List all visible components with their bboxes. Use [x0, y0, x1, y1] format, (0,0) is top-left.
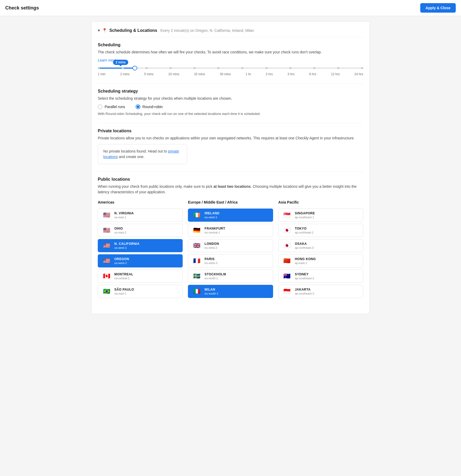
location-item-us-east-2[interactable]: 🇺🇸OHIOus-east-2 [98, 224, 183, 237]
location-info-ap-southeast-3: JAKARTAap-southeast-3 [295, 288, 359, 295]
location-info-us-west-2: OREGONus-west-2 [114, 257, 179, 265]
location-column-0: Americas🇺🇸N. VIRGINIAus-east-1🇺🇸OHIOus-e… [98, 200, 183, 300]
location-code-ap-northeast-3: ap-northeast-3 [295, 246, 359, 249]
location-flag-eu-south-1: 🇮🇹 [192, 288, 201, 295]
location-flag-ap-northeast-1: 🇯🇵 [282, 227, 292, 234]
apply-close-button[interactable]: Apply & Close [420, 3, 456, 13]
location-code-ap-east-1: ap-east-1 [295, 261, 359, 265]
slider-dot-12 [361, 67, 363, 69]
slider-label-2mins: 2 mins [120, 72, 129, 76]
location-name-eu-west-3: PARIS [204, 257, 269, 261]
location-flag-eu-west-3: 🇫🇷 [192, 257, 201, 264]
location-name-us-west-1: N. CALIFORNIA [114, 242, 179, 246]
radio-circle-round-robin[interactable] [136, 104, 140, 109]
location-item-ap-southeast-3[interactable]: 🇮🇩JAKARTAap-southeast-3 [278, 285, 363, 298]
page-title: Check settings [5, 5, 39, 11]
locations-grid: Americas🇺🇸N. VIRGINIAus-east-1🇺🇸OHIOus-e… [98, 200, 363, 300]
radio-circle-parallel[interactable] [98, 104, 103, 109]
location-name-eu-west-1: IRELAND [204, 211, 269, 215]
radio-parallel-runs[interactable]: Parallel runs [98, 104, 125, 109]
slider-labels: 1 min 2 mins 5 mins 10 mins 15 mins 30 m… [98, 72, 363, 76]
location-code-ap-southeast-3: ap-southeast-3 [295, 292, 359, 295]
location-flag-ap-southeast-2: 🇦🇺 [282, 273, 292, 280]
location-code-us-east-1: us-east-1 [114, 216, 179, 219]
slider-track[interactable] [98, 68, 363, 69]
location-flag-eu-west-2: 🇬🇧 [192, 242, 201, 249]
location-item-us-west-2[interactable]: 🇺🇸OREGONus-west-2 [98, 254, 183, 267]
scheduling-strategy-radio-group: Parallel runs Round-robin [98, 104, 363, 109]
location-column-2: Asia Pacific🇸🇬SINGAPOREap-southeast-1🇯🇵T… [278, 200, 363, 300]
scheduling-description: The check schedule determines how often … [98, 49, 363, 55]
location-code-us-west-1: us-west-1 [114, 246, 179, 249]
location-flag-ap-east-1: 🇨🇳 [282, 257, 292, 264]
slider-dot-9 [289, 67, 291, 69]
location-name-ap-northeast-3: OSAKA [295, 242, 359, 246]
divider-1 [98, 83, 363, 84]
location-name-eu-south-1: MILAN [204, 288, 269, 291]
location-flag-us-east-2: 🇺🇸 [102, 227, 111, 234]
location-item-us-east-1[interactable]: 🇺🇸N. VIRGINIAus-east-1 [98, 209, 183, 222]
private-empty-text-end: and create one. [118, 155, 144, 159]
location-column-1: Europe / Middle East / Africa🇮🇪IRELANDeu… [188, 200, 273, 300]
location-info-ap-northeast-1: TOKYOap-northeast-1 [295, 227, 359, 234]
location-code-eu-south-1: eu-south-1 [204, 292, 269, 295]
public-locations-description: When running your check from public loca… [98, 184, 363, 195]
location-item-us-west-1[interactable]: 🇺🇸N. CALIFORNIAus-west-1 [98, 239, 183, 252]
schedule-slider-container: 2 mins [98, 68, 363, 76]
radio-round-robin[interactable]: Round-robin [136, 104, 163, 109]
location-info-eu-west-2: LONDONeu-west-2 [204, 242, 269, 249]
slider-dot-7 [241, 67, 243, 69]
location-item-eu-south-1[interactable]: 🇮🇹MILANeu-south-1 [188, 285, 273, 298]
location-item-eu-west-3[interactable]: 🇫🇷PARISeu-west-3 [188, 254, 273, 267]
slider-dot-5 [193, 67, 196, 69]
location-name-ap-southeast-2: SYDNEY [295, 272, 359, 276]
location-info-ap-southeast-2: SYDNEYap-southeast-2 [295, 272, 359, 280]
slider-label-1min: 1 min [98, 72, 105, 76]
section-toggle-icon[interactable]: ▾ [98, 28, 100, 33]
location-info-us-east-2: OHIOus-east-2 [114, 227, 179, 234]
location-code-ap-southeast-2: ap-southeast-2 [295, 277, 359, 280]
location-flag-us-west-1: 🇺🇸 [102, 242, 111, 249]
location-column-title-1: Europe / Middle East / Africa [188, 200, 273, 205]
slider-label-30mins: 30 mins [220, 72, 231, 76]
slider-label-12hrs: 12 hrs [331, 72, 340, 76]
location-code-eu-west-1: eu-west-1 [204, 216, 269, 219]
section-panel: ▾ 📍 Scheduling & Locations Every 2 minut… [91, 21, 370, 314]
location-item-eu-north-1[interactable]: 🇸🇪STOCKHOLMeu-north-1 [188, 270, 273, 283]
strategy-description: Select the scheduling strategy for your … [98, 96, 363, 101]
location-column-title-2: Asia Pacific [278, 200, 363, 205]
location-item-ap-southeast-1[interactable]: 🇸🇬SINGAPOREap-southeast-1 [278, 209, 363, 222]
location-flag-ap-southeast-3: 🇮🇩 [282, 288, 292, 295]
location-item-eu-west-1[interactable]: 🇮🇪IRELANDeu-west-1 [188, 209, 273, 222]
slider-thumb[interactable] [132, 66, 137, 70]
location-item-ap-east-1[interactable]: 🇨🇳HONG KONGap-east-1 [278, 254, 363, 267]
location-info-us-west-1: N. CALIFORNIAus-west-1 [114, 242, 179, 249]
location-item-eu-central-1[interactable]: 🇩🇪FRANKFURTeu-central-1 [188, 224, 273, 237]
location-item-ap-northeast-3[interactable]: 🇯🇵OSAKAap-northeast-3 [278, 239, 363, 252]
location-code-ap-northeast-1: ap-northeast-1 [295, 231, 359, 234]
location-info-eu-north-1: STOCKHOLMeu-north-1 [204, 272, 269, 280]
location-code-sa-east-1: sa-east-1 [114, 292, 179, 295]
location-info-eu-south-1: MILANeu-south-1 [204, 288, 269, 295]
strategy-subsection: Scheduling strategy Select the schedulin… [98, 89, 363, 116]
strategy-title: Scheduling strategy [98, 89, 363, 94]
location-info-ca-central-1: MONTREALca-central-1 [114, 272, 179, 280]
slider-dot-8 [265, 67, 268, 69]
location-item-ap-northeast-1[interactable]: 🇯🇵TOKYOap-northeast-1 [278, 224, 363, 237]
location-info-ap-southeast-1: SINGAPOREap-southeast-1 [295, 211, 359, 219]
location-item-ca-central-1[interactable]: 🇨🇦MONTREALca-central-1 [98, 270, 183, 283]
public-desc-bold: at least two locations [213, 184, 251, 189]
location-info-ap-northeast-3: OSAKAap-northeast-3 [295, 242, 359, 249]
location-name-eu-central-1: FRANKFURT [204, 227, 269, 230]
slider-label-6hrs: 6 hrs [309, 72, 316, 76]
location-name-us-east-2: OHIO [114, 227, 179, 230]
slider-dot-10 [313, 67, 315, 69]
public-locations-subsection: Public locations When running your check… [98, 177, 363, 300]
slider-label-3hrs: 3 hrs [288, 72, 295, 76]
location-item-ap-southeast-2[interactable]: 🇦🇺SYDNEYap-southeast-2 [278, 270, 363, 283]
location-item-eu-west-2[interactable]: 🇬🇧LONDONeu-west-2 [188, 239, 273, 252]
location-item-sa-east-1[interactable]: 🇧🇷SÃO PAULOsa-east-1 [98, 285, 183, 298]
slider-dots [98, 67, 363, 69]
location-name-us-west-2: OREGON [114, 257, 179, 261]
location-info-us-east-1: N. VIRGINIAus-east-1 [114, 211, 179, 219]
